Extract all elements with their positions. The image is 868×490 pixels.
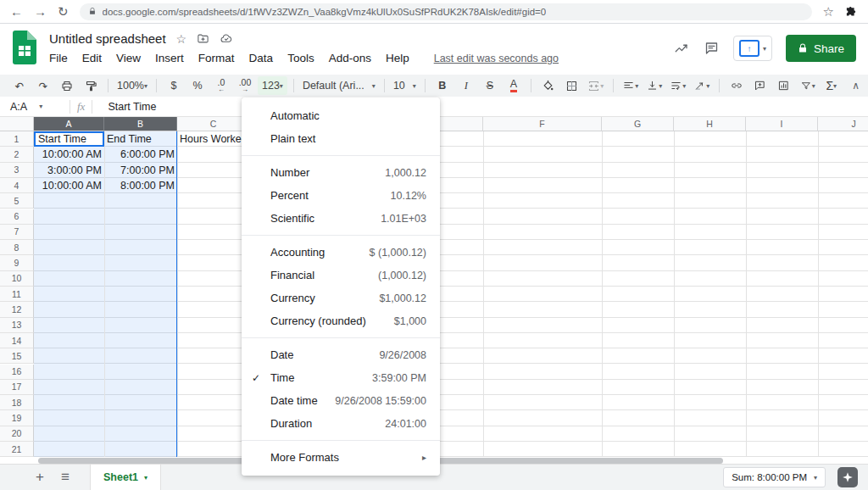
menu-item-scientific[interactable]: Scientific1.01E+03 [242,207,440,230]
column-header-B[interactable]: B [104,117,177,131]
extension-puzzle-icon[interactable] [845,5,858,18]
menu-item-percent[interactable]: Percent10.12% [242,184,440,207]
font-select[interactable]: Default (Ari...▾ [300,76,378,95]
bold-button[interactable]: B [431,76,453,95]
more-formats-button[interactable]: 123▾ [258,76,287,95]
last-edit-link[interactable]: Last edit was seconds ago [434,53,559,64]
row-header-21[interactable]: 21 [0,442,34,457]
column-header-A[interactable]: A [34,117,104,131]
star-document-icon[interactable]: ☆ [176,32,187,46]
fill-color-button[interactable] [537,76,559,95]
italic-button[interactable]: I [455,76,477,95]
address-bar[interactable]: docs.google.com/spreadsheets/d/1fWVz3ZWZ… [80,3,812,20]
paint-format-button[interactable] [80,76,102,95]
row-header-18[interactable]: 18 [0,395,34,410]
column-header-G[interactable]: G [602,117,674,131]
share-button[interactable]: Share [786,35,856,62]
column-header-C[interactable]: C [177,117,250,131]
cell-A3[interactable]: 3:00:00 PM [34,163,104,178]
row-header-19[interactable]: 19 [0,410,34,426]
cell-B1[interactable]: End Time [104,131,177,147]
print-button[interactable] [56,76,78,95]
menu-item-currency[interactable]: Currency$1,000.12 [242,287,440,309]
row-header-2[interactable]: 2 [0,147,34,162]
row-header-20[interactable]: 20 [0,426,34,442]
insert-comment-button[interactable] [749,76,771,95]
menu-item-time[interactable]: ✓Time3:59:00 PM [242,366,440,389]
menu-item-financial[interactable]: Financial(1,000.12) [242,264,440,287]
row-header-12[interactable]: 12 [0,302,34,317]
text-wrap-button[interactable]: ▾ [667,76,689,95]
comment-history-icon[interactable] [704,41,720,56]
insights-trending-icon[interactable] [673,41,690,56]
strikethrough-button[interactable]: S [479,76,501,95]
row-header-3[interactable]: 3 [0,163,34,178]
row-header-11[interactable]: 11 [0,287,34,302]
text-color-button[interactable]: A [503,76,525,95]
cell-B3[interactable]: 7:00:00 PM [104,163,177,178]
select-all-corner[interactable] [0,117,34,131]
vertical-align-button[interactable]: ▾ [643,76,665,95]
sheet-tab-sheet1[interactable]: Sheet1 ▾ [90,465,161,490]
menu-item-date[interactable]: Date9/26/2008 [242,343,440,366]
document-title[interactable]: Untitled spreadsheet [49,31,166,46]
row-header-17[interactable]: 17 [0,380,34,395]
explore-button[interactable] [837,467,858,487]
decrease-decimal-button[interactable]: .0← [210,76,232,95]
name-box[interactable]: A:A ▾ [0,101,63,113]
menu-tools[interactable]: Tools [287,52,314,64]
text-rotation-button[interactable]: ▾ [691,76,713,95]
menu-item-duration[interactable]: Duration24:01:00 [242,412,440,435]
redo-button[interactable]: ↷ [32,76,54,95]
menu-item-number[interactable]: Number1,000.12 [242,161,440,184]
all-sheets-icon[interactable]: ≡ [53,469,78,486]
row-header-5[interactable]: 5 [0,193,34,209]
menu-item-more-formats[interactable]: More Formats▸ [242,446,440,469]
insert-link-button[interactable] [726,76,748,95]
sheets-logo-icon[interactable] [13,31,36,64]
filter-button[interactable]: ▾ [797,76,819,95]
menu-item-currency-rounded[interactable]: Currency (rounded)$1,000 [242,309,440,332]
horizontal-align-button[interactable]: ▾ [620,76,642,95]
format-percent-button[interactable]: % [186,76,209,95]
insert-chart-button[interactable] [773,76,795,95]
row-header-14[interactable]: 14 [0,333,34,348]
zoom-select[interactable]: 100%▾ [114,76,150,95]
formula-input[interactable]: Start Time [108,101,156,113]
present-to-meeting-button[interactable]: ↑ ▾ [733,36,772,61]
format-currency-button[interactable]: $ [163,76,185,95]
row-header-10[interactable]: 10 [0,271,34,287]
bookmark-star-icon[interactable]: ☆ [823,5,834,18]
menu-edit[interactable]: Edit [82,52,102,64]
cell-B2[interactable]: 6:00:00 PM [104,147,177,162]
row-header-9[interactable]: 9 [0,255,34,270]
menu-item-automatic[interactable]: Automatic [242,104,440,127]
menu-view[interactable]: View [116,52,141,64]
column-header-J[interactable]: J [818,117,868,131]
add-sheet-icon[interactable]: + [27,469,53,486]
row-header-1[interactable]: 1 [0,131,34,147]
hide-toolbar-icon[interactable]: ∧ [852,80,860,92]
menu-file[interactable]: File [49,52,68,64]
row-header-6[interactable]: 6 [0,209,34,225]
cell-A2[interactable]: 10:00:00 AM [34,147,104,162]
back-icon[interactable]: ← [10,5,23,18]
row-header-16[interactable]: 16 [0,365,34,380]
cell-C1[interactable]: Hours Worked [177,131,250,147]
menu-format[interactable]: Format [198,52,235,64]
menu-insert[interactable]: Insert [155,52,184,64]
menu-item-accounting[interactable]: Accounting$ (1,000.12) [242,241,440,264]
row-header-8[interactable]: 8 [0,240,34,255]
menu-item-plain-text[interactable]: Plain text [242,127,440,150]
functions-button[interactable]: Σ▾ [821,76,843,95]
font-size-select[interactable]: 10▾ [391,76,419,95]
row-header-7[interactable]: 7 [0,225,34,240]
menu-add-ons[interactable]: Add-ons [329,52,371,64]
menu-item-date-time[interactable]: Date time9/26/2008 15:59:00 [242,389,440,412]
cloud-saved-icon[interactable] [220,32,233,45]
increase-decimal-button[interactable]: .00→ [234,76,256,95]
row-header-15[interactable]: 15 [0,348,34,364]
undo-button[interactable]: ↶ [8,76,31,95]
menu-data[interactable]: Data [249,52,274,64]
cell-A4[interactable]: 10:00:00 AM [34,178,104,193]
